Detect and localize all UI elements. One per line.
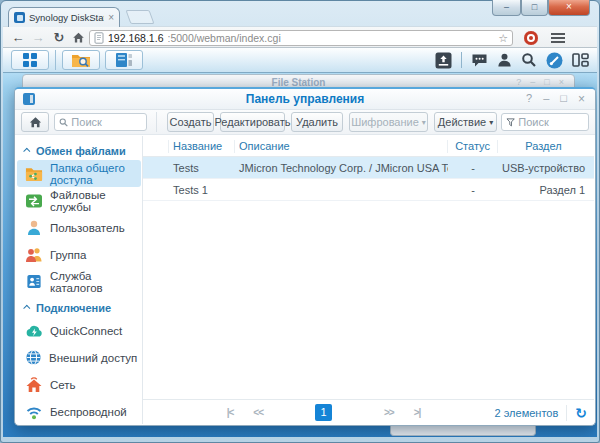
shared-folder-icon: [25, 166, 43, 182]
url-bar[interactable]: 192.168.1.6:5000/webman/index.cgi ☆: [89, 30, 513, 46]
browser-extension-icon[interactable]: [524, 31, 538, 45]
window-minimize-button[interactable]: –: [492, 0, 521, 16]
taskbar-divider: [461, 52, 462, 68]
sidebar-item-external-access[interactable]: Внешний доступ: [17, 344, 141, 371]
fs-minimize-icon[interactable]: –: [530, 77, 535, 87]
browser-menu-icon[interactable]: [551, 33, 565, 43]
table-filter-search[interactable]: [501, 113, 589, 131]
fs-close-icon[interactable]: ×: [559, 77, 564, 87]
sidebar-section-file-sharing[interactable]: Обмен файлами: [17, 141, 141, 160]
row-status: -: [448, 162, 498, 174]
fs-maximize-icon[interactable]: □: [544, 77, 549, 87]
last-page-icon[interactable]: >|: [414, 407, 421, 418]
chevron-down-icon: ▾: [489, 118, 493, 127]
tab-title: Synology DiskStation - Di: [29, 12, 104, 23]
row-description: JMicron Technology Corp. / JMicron USA T…: [235, 162, 448, 174]
cp-sidebar-search-input[interactable]: [71, 116, 142, 128]
cp-maximize-icon[interactable]: □: [560, 92, 567, 106]
sidebar-section-connectivity[interactable]: Подключение: [17, 298, 141, 317]
globe-icon: [25, 349, 42, 366]
home-icon[interactable]: [69, 27, 87, 49]
table-header-row: Название Описание Статус Раздел: [143, 136, 594, 157]
screen: – □ × Synology DiskStation - Di × ← → ↻ …: [0, 0, 600, 443]
table-filter-input[interactable]: [518, 116, 584, 128]
row-volume: Раздел 1: [498, 184, 594, 196]
delete-button[interactable]: Удалить: [291, 112, 343, 132]
row-name: Tests: [169, 162, 235, 174]
network-home-icon: [25, 376, 43, 393]
wifi-icon: [25, 404, 43, 420]
cp-minimize-icon[interactable]: –: [543, 92, 549, 106]
table-row[interactable]: Tests JMicron Technology Corp. / JMicron…: [143, 157, 594, 179]
widgets-icon[interactable]: [572, 52, 589, 68]
dsm-desktop: File Station ? – □ × Панель управления ?…: [3, 48, 597, 437]
url-host: 192.168.1.6: [108, 32, 163, 44]
tab-close-icon[interactable]: ×: [108, 13, 114, 23]
cp-help-icon[interactable]: ?: [526, 92, 532, 106]
cp-home-button[interactable]: [21, 112, 49, 132]
new-tab-button[interactable]: [125, 10, 154, 24]
dsm-taskbar: [3, 48, 597, 73]
tab-favicon-icon: [14, 12, 25, 23]
search-icon[interactable]: [521, 52, 537, 68]
column-header-volume[interactable]: Раздел: [498, 140, 594, 153]
control-panel-icon: [115, 52, 133, 68]
first-page-icon[interactable]: |<: [227, 407, 234, 418]
row-volume: USB-устройство: [498, 162, 594, 174]
bookmark-star-icon[interactable]: ☆: [498, 32, 508, 45]
browser-toolbar: ← → ↻ 192.168.1.6:5000/webman/index.cgi …: [3, 26, 597, 48]
pagination-bar: |< << 1 >> >| 2 элементов ↻: [143, 399, 594, 424]
browser-tab[interactable]: Synology DiskStation - Di ×: [8, 7, 120, 27]
create-button[interactable]: Создать: [167, 112, 214, 132]
cp-close-icon[interactable]: ×: [578, 92, 585, 106]
file-station-window-corner[interactable]: [390, 425, 536, 436]
control-panel-window: Панель управления ? – □ ×: [14, 87, 596, 426]
window-maximize-button[interactable]: □: [521, 0, 548, 16]
window-controls: – □ ×: [492, 0, 590, 16]
column-header-name[interactable]: Название: [169, 140, 235, 153]
control-panel-taskbar-button[interactable]: [105, 50, 143, 70]
encryption-dropdown-button[interactable]: Шифрование▾: [349, 112, 428, 132]
forward-icon[interactable]: →: [29, 27, 47, 49]
upload-queue-icon[interactable]: [435, 52, 452, 69]
group-icon: [25, 246, 43, 263]
notifications-icon[interactable]: [471, 53, 488, 68]
edit-button[interactable]: Редактировать: [220, 112, 285, 132]
row-name: Tests 1: [169, 184, 235, 196]
reload-icon[interactable]: ↻: [50, 27, 68, 49]
table-row[interactable]: Tests 1 - Раздел 1: [143, 179, 594, 201]
sidebar-item-quickconnect[interactable]: QuickConnect: [17, 317, 141, 344]
cp-sidebar-search[interactable]: [54, 113, 147, 131]
row-status: -: [448, 184, 498, 196]
url-path: :5000/webman/index.cgi: [167, 32, 280, 44]
fs-help-icon[interactable]: ?: [516, 77, 521, 87]
sidebar-item-shared-folder[interactable]: Папка общего доступа: [17, 160, 141, 187]
back-icon[interactable]: ←: [9, 27, 27, 49]
file-station-icon: [71, 53, 91, 68]
sidebar-item-group[interactable]: Группа: [17, 241, 141, 268]
file-station-taskbar-button[interactable]: [62, 50, 100, 70]
column-header-description[interactable]: Описание: [235, 140, 448, 153]
refresh-icon[interactable]: ↻: [575, 405, 587, 421]
directory-service-icon: [25, 273, 43, 290]
chevron-down-icon: ▾: [422, 118, 426, 127]
main-menu-button[interactable]: [11, 50, 49, 70]
main-menu-icon: [23, 53, 37, 67]
prev-page-icon[interactable]: <<: [253, 407, 263, 418]
current-page[interactable]: 1: [315, 404, 332, 421]
sidebar-item-network[interactable]: Сеть: [17, 371, 141, 398]
window-close-button[interactable]: ×: [548, 0, 590, 16]
next-page-icon[interactable]: >>: [384, 407, 394, 418]
quickconnect-icon: [25, 323, 43, 338]
pilot-view-icon[interactable]: [546, 52, 563, 69]
action-dropdown-button[interactable]: Действие▾: [434, 112, 497, 132]
column-header-status[interactable]: Статус: [448, 140, 498, 153]
control-panel-titlebar[interactable]: Панель управления ? – □ ×: [15, 89, 595, 110]
user-account-icon[interactable]: [497, 52, 512, 68]
items-count: 2 элементов: [495, 407, 559, 419]
sidebar-item-directory-service[interactable]: Служба каталогов: [17, 268, 141, 295]
sidebar-item-file-services[interactable]: Файловые службы: [17, 187, 141, 214]
taskbar-divider: [55, 50, 56, 70]
cp-home-icon: [29, 116, 42, 128]
sidebar-item-user[interactable]: Пользователь: [17, 214, 141, 241]
